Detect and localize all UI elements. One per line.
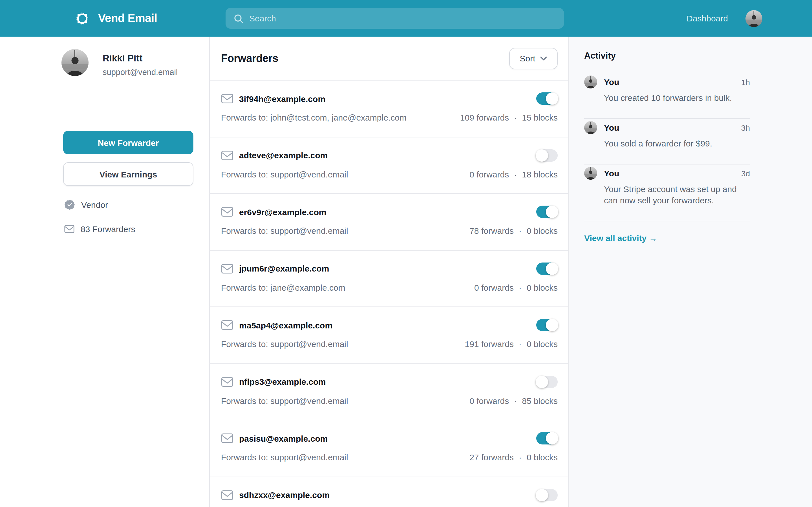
forwarder-row[interactable]: sdhzxx@example.com (210, 477, 568, 507)
row-stats: 191 forwards·0 blocks (465, 339, 558, 349)
activity-author: You (604, 123, 619, 132)
user-email: support@vend.email (103, 68, 177, 76)
forwarder-toggle[interactable] (536, 149, 558, 161)
page-title: Forwarders (221, 52, 278, 64)
forwards-count: 0 forwards (469, 169, 509, 179)
stats-separator: · (519, 452, 522, 462)
row-stats: 78 forwards·0 blocks (469, 226, 558, 235)
forwarders-panel: Forwarders Sort 3if94h@example.com Forwa… (210, 37, 568, 507)
forwards-to-text: Forwards to: support@vend.email (221, 452, 348, 462)
forwarder-row[interactable]: er6v9r@example.com Forwards to: support@… (210, 194, 568, 250)
new-forwarder-button[interactable]: New Forwarder (63, 131, 193, 154)
blocks-count: 0 blocks (527, 452, 558, 462)
forwarder-toggle[interactable] (536, 376, 558, 388)
user-card: Rikki Pitt support@vend.email (61, 49, 177, 76)
activity-time: 3d (741, 169, 750, 178)
activity-item: You 1h You created 10 forwarders in bulk… (584, 73, 750, 119)
header-avatar[interactable] (746, 10, 762, 27)
sidebar: Rikki Pitt support@vend.email New Forwar… (0, 37, 210, 507)
envelope-icon (221, 377, 234, 387)
dashboard-link[interactable]: Dashboard (687, 13, 728, 23)
stats-separator: · (519, 339, 522, 349)
forwarder-address: nflps3@example.com (239, 377, 326, 386)
vendor-label: Vendor (81, 200, 108, 210)
activity-text: You created 10 forwarders in bulk. (604, 93, 750, 104)
stats-separator: · (514, 396, 517, 405)
forwarder-row[interactable]: pasisu@example.com Forwards to: support@… (210, 420, 568, 477)
toggle-knob (546, 93, 558, 105)
forwarder-address: pasisu@example.com (239, 434, 327, 443)
activity-time: 1h (741, 77, 750, 87)
forwarder-row[interactable]: ma5ap4@example.com Forwards to: support@… (210, 307, 568, 363)
brand: Vend Email (73, 0, 157, 37)
brand-name: Vend Email (98, 12, 157, 25)
stats-separator: · (519, 283, 522, 292)
top-nav: Dashboard (687, 0, 762, 37)
user-avatar (61, 49, 89, 76)
forwards-count: 0 forwards (474, 283, 514, 292)
forwarder-address: sdhzxx@example.com (239, 490, 329, 500)
forwarder-list: 3if94h@example.com Forwards to: john@tes… (210, 80, 568, 507)
forwarder-address: ma5ap4@example.com (239, 320, 333, 330)
forwarder-address: jpum6r@example.com (239, 264, 329, 273)
activity-item: You 3d Your Stripe account was set up an… (584, 165, 750, 221)
forwarder-row[interactable]: jpum6r@example.com Forwards to: jane@exa… (210, 250, 568, 307)
forwards-count: 27 forwards (469, 452, 514, 462)
activity-avatar (584, 75, 597, 89)
vend-email-logo-icon (73, 9, 92, 28)
blocks-count: 0 blocks (527, 283, 558, 292)
activity-item: You 3h You sold a forwarder for $99. (584, 119, 750, 165)
forwards-to-text: Forwards to: support@vend.email (221, 339, 348, 349)
user-name: Rikki Pitt (103, 53, 177, 64)
envelope-icon (221, 433, 234, 443)
envelope-icon (221, 150, 234, 160)
envelope-icon (221, 263, 234, 274)
blocks-count: 0 blocks (527, 226, 558, 235)
forwarder-address: adteve@example.com (239, 151, 327, 160)
view-all-activity-link[interactable]: View all activity → (584, 233, 750, 243)
forwarder-toggle[interactable] (536, 93, 558, 105)
forwarder-toggle[interactable] (536, 206, 558, 218)
chevron-down-icon (541, 56, 547, 61)
envelope-icon (64, 225, 74, 233)
forwarder-toggle[interactable] (536, 432, 558, 445)
app-window: Vend Email Dashboard (0, 0, 812, 507)
activity-avatar (584, 167, 597, 180)
activity-avatar (584, 121, 597, 134)
sort-button[interactable]: Sort (509, 48, 558, 69)
activity-title: Activity (584, 51, 750, 61)
forwarder-address: 3if94h@example.com (239, 94, 325, 103)
forwards-to-text: Forwards to: john@test.com, jane@example… (221, 113, 407, 122)
blocks-count: 15 blocks (522, 113, 558, 122)
toggle-knob (546, 432, 558, 445)
forwarder-row[interactable]: adteve@example.com Forwards to: support@… (210, 137, 568, 194)
forwards-count: 191 forwards (465, 339, 514, 349)
forwarders-count-label: 83 Forwarders (81, 224, 135, 234)
envelope-icon (221, 320, 234, 330)
forwards-to-text: Forwards to: support@vend.email (221, 169, 348, 179)
forwards-count: 78 forwards (469, 226, 514, 235)
sidebar-meta: Vendor 83 Forwarders (64, 193, 135, 241)
top-bar: Vend Email Dashboard (0, 0, 812, 37)
forwarder-row[interactable]: 3if94h@example.com Forwards to: john@tes… (210, 80, 568, 137)
activity-time: 3h (741, 123, 750, 132)
forwards-count: 109 forwards (460, 113, 509, 122)
forwarder-toggle[interactable] (536, 262, 558, 275)
row-stats: 0 forwards·0 blocks (474, 283, 558, 292)
forwarder-address: er6v9r@example.com (239, 207, 326, 217)
toggle-knob (536, 376, 548, 388)
view-earnings-button[interactable]: View Earnings (63, 162, 193, 186)
forwarder-row[interactable]: nflps3@example.com Forwards to: support@… (210, 363, 568, 420)
forwards-to-text: Forwards to: jane@example.com (221, 283, 345, 292)
activity-author: You (604, 168, 619, 178)
search-icon (234, 13, 244, 23)
envelope-icon (221, 490, 234, 500)
badge-check-icon (64, 200, 75, 210)
row-stats: 109 forwards·15 blocks (460, 113, 558, 122)
forwarder-toggle[interactable] (536, 489, 558, 501)
envelope-icon (221, 94, 234, 104)
forwarder-toggle[interactable] (536, 319, 558, 331)
search-bar[interactable] (225, 8, 564, 29)
activity-text: You sold a forwarder for $99. (604, 138, 750, 149)
search-input[interactable] (249, 13, 556, 23)
